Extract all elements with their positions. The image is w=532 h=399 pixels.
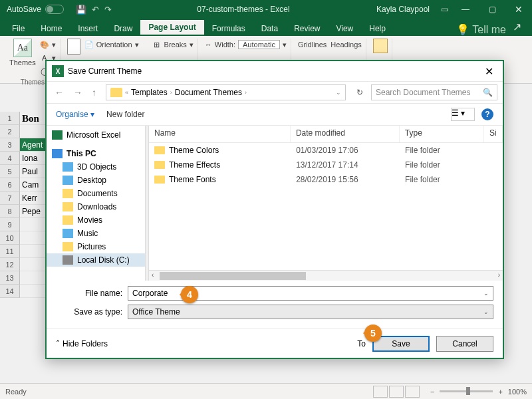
dialog-close-button[interactable]: ✕: [481, 65, 497, 78]
new-folder-button[interactable]: New folder: [106, 110, 144, 119]
orientation-button[interactable]: 📄Orientation ▾: [84, 39, 139, 51]
themes-button[interactable]: Aa Themes: [9, 39, 36, 66]
crumb-document-themes[interactable]: Document Themes: [175, 88, 242, 97]
tab-file[interactable]: File: [4, 21, 33, 36]
tree-music[interactable]: Music: [47, 227, 145, 240]
row-header[interactable]: 4: [0, 152, 20, 165]
col-type[interactable]: Type: [400, 126, 484, 142]
autosave-label: AutoSave: [7, 5, 41, 14]
dialog-title: Save Current Theme: [68, 66, 142, 76]
crumb-dropdown-icon[interactable]: ⌄: [336, 89, 341, 96]
close-button[interactable]: ✕: [505, 0, 532, 19]
tree-excel[interactable]: Microsoft Excel: [47, 128, 145, 142]
margins-button[interactable]: [67, 39, 80, 55]
undo-icon[interactable]: ↶: [92, 5, 99, 15]
hide-folders-button[interactable]: ˄Hide Folders: [56, 339, 108, 348]
tree-desktop[interactable]: Desktop: [47, 174, 145, 187]
row-header[interactable]: 9: [0, 218, 20, 231]
breaks-label: Breaks: [164, 41, 187, 49]
arrange-icon[interactable]: [373, 39, 388, 53]
zoom-slider[interactable]: [440, 390, 493, 392]
row-header[interactable]: 12: [0, 258, 20, 271]
tools-button[interactable]: To: [357, 339, 366, 348]
tab-review[interactable]: Review: [286, 21, 328, 36]
width-control[interactable]: ↔Width: Automatic ▾: [205, 39, 287, 51]
row-header[interactable]: 7: [0, 192, 20, 205]
tree-local-disk[interactable]: Local Disk (C:): [47, 253, 145, 267]
search-box[interactable]: Search Document Themes 🔍: [371, 84, 497, 100]
title-bar: AutoSave 💾 ↶ ↷ 07-custom-themes - Excel …: [0, 0, 532, 19]
chevron-down-icon[interactable]: ⌄: [483, 309, 489, 315]
help-button[interactable]: ?: [481, 108, 493, 120]
tab-data[interactable]: Data: [253, 21, 286, 36]
tree-pictures[interactable]: Pictures: [47, 240, 145, 253]
row-header[interactable]: 8: [0, 205, 20, 218]
row-header[interactable]: 1: [0, 112, 20, 125]
callout-5: 5: [364, 325, 382, 342]
zoom-in-button[interactable]: +: [498, 388, 502, 396]
saveas-type-combo[interactable]: Office Theme⌄: [128, 305, 493, 319]
tree-thispc[interactable]: This PC: [47, 147, 145, 160]
tree-documents[interactable]: Documents: [47, 187, 145, 200]
tab-draw[interactable]: Draw: [106, 21, 140, 36]
maximize-button[interactable]: ▢: [479, 0, 505, 19]
chevron-down-icon[interactable]: ⌄: [483, 290, 489, 297]
horizontal-scrollbar[interactable]: ‹›: [149, 270, 503, 281]
row-header[interactable]: 10: [0, 231, 20, 245]
breaks-button[interactable]: ⊞Breaks ▾: [152, 39, 194, 51]
ribbon-options-icon[interactable]: ▭: [436, 5, 452, 14]
normal-view-button[interactable]: [373, 386, 388, 398]
autosave-toggle[interactable]: AutoSave: [0, 5, 70, 14]
row-header[interactable]: 6: [0, 178, 20, 192]
col-date[interactable]: Date modified: [291, 126, 400, 142]
page-break-view-button[interactable]: [405, 386, 420, 398]
row-header[interactable]: 14: [0, 285, 20, 298]
crumb-templates[interactable]: Templates: [131, 88, 168, 97]
tab-insert[interactable]: Insert: [70, 21, 106, 36]
zoom-out-button[interactable]: −: [430, 388, 434, 396]
dialog-nav-bar: ← → ↑ « Templates › Document Themes › ⌄ …: [47, 81, 503, 104]
refresh-button[interactable]: ↻: [352, 86, 367, 98]
tab-page-layout[interactable]: Page Layout: [140, 20, 203, 36]
tell-me-search[interactable]: 💡 Tell me: [456, 23, 506, 36]
folder-icon: [154, 161, 165, 169]
page-layout-view-button[interactable]: [389, 386, 404, 398]
colors-button[interactable]: 🎨▾: [40, 39, 56, 51]
row-header[interactable]: 2: [0, 125, 20, 138]
save-button[interactable]: Save: [372, 336, 430, 352]
width-value[interactable]: Automatic: [238, 40, 280, 49]
file-row[interactable]: Theme Effects 13/12/2017 17:14 File fold…: [149, 158, 503, 172]
row-header[interactable]: 13: [0, 271, 20, 285]
search-placeholder: Search Document Themes: [376, 88, 471, 97]
up-button[interactable]: ↑: [89, 86, 99, 99]
tree-3d-objects[interactable]: 3D Objects: [47, 160, 145, 174]
tab-view[interactable]: View: [328, 21, 361, 36]
row-header[interactable]: 5: [0, 165, 20, 178]
back-button[interactable]: ←: [52, 86, 66, 99]
tab-help[interactable]: Help: [361, 21, 394, 36]
forward-button[interactable]: →: [70, 86, 85, 99]
folder-icon: [154, 176, 165, 184]
row-header[interactable]: 3: [0, 138, 20, 152]
file-row[interactable]: Theme Colors 01/03/2019 17:06 File folde…: [149, 143, 503, 158]
tab-home[interactable]: Home: [33, 21, 70, 36]
breadcrumb[interactable]: « Templates › Document Themes › ⌄: [106, 84, 346, 100]
minimize-button[interactable]: —: [452, 0, 479, 19]
tree-downloads[interactable]: Downloads: [47, 200, 145, 213]
user-name[interactable]: Kayla Claypool: [370, 5, 436, 14]
breaks-icon: ⊞: [152, 40, 162, 49]
save-icon[interactable]: 💾: [76, 5, 86, 15]
col-size[interactable]: Si: [484, 126, 503, 142]
cancel-button[interactable]: Cancel: [436, 336, 493, 352]
file-row[interactable]: Theme Fonts 28/02/2019 15:56 File folder: [149, 172, 503, 187]
view-mode-button[interactable]: ☰ ▾: [451, 108, 475, 121]
zoom-level[interactable]: 100%: [508, 388, 527, 396]
row-header[interactable]: 11: [0, 245, 20, 258]
col-name[interactable]: Name: [149, 126, 291, 142]
tree-movies[interactable]: Movies: [47, 213, 145, 227]
tab-formulas[interactable]: Formulas: [204, 21, 253, 36]
dialog-footer: ˄Hide Folders To Save Cancel: [47, 329, 503, 358]
organise-button[interactable]: Organise ▾: [56, 110, 94, 119]
share-button[interactable]: ↗: [506, 18, 528, 36]
redo-icon[interactable]: ↷: [104, 5, 112, 15]
